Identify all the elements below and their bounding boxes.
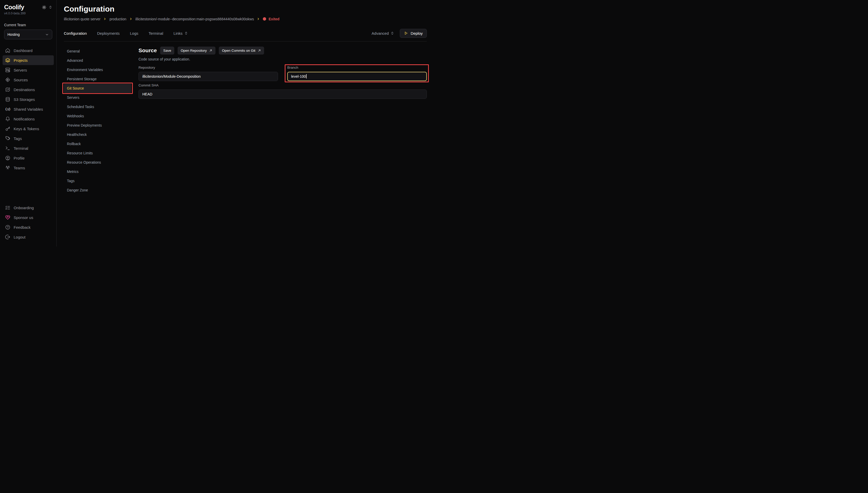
sidebar-item-shared-variables[interactable]: (x) Shared Variables xyxy=(3,104,54,114)
commit-sha-input[interactable]: HEAD xyxy=(139,89,427,99)
tags-icon xyxy=(5,136,10,141)
repository-input[interactable]: illicitestonion/Module-Decomposition xyxy=(139,72,278,81)
advanced-dropdown[interactable]: Advanced xyxy=(372,31,394,36)
open-repository-button[interactable]: Open Repository xyxy=(177,47,215,55)
key-icon xyxy=(5,126,10,131)
current-team-label: Current Team xyxy=(4,23,52,27)
sidebar-item-sponsor-us[interactable]: Sponsor us xyxy=(3,213,54,222)
save-button[interactable]: Save xyxy=(160,47,174,55)
subnav-item-environment-variables[interactable]: Environment Variables xyxy=(64,65,131,74)
subnav-item-metrics[interactable]: Metrics xyxy=(64,167,131,176)
sidebar-item-terminal[interactable]: Terminal xyxy=(3,143,54,153)
tab-terminal[interactable]: Terminal xyxy=(149,31,163,36)
chevrons-up-down-icon xyxy=(184,31,188,35)
subnav-item-danger-zone[interactable]: Danger Zone xyxy=(64,186,131,195)
subnav-item-git-source[interactable]: Git Source xyxy=(64,84,131,93)
text-cursor xyxy=(306,74,306,79)
sidebar-item-servers[interactable]: Servers xyxy=(3,65,54,75)
sidebar-nav: Dashboard Projects Servers Sources Desti… xyxy=(4,46,52,173)
chevron-down-icon xyxy=(45,33,49,37)
home-icon xyxy=(5,48,10,53)
sidebar-item-s3-storages[interactable]: S3 Storages xyxy=(3,94,54,104)
sun-icon[interactable] xyxy=(42,5,46,9)
page-title: Configuration xyxy=(64,5,427,14)
users-icon xyxy=(5,165,10,170)
section-description: Code source of your application. xyxy=(139,57,427,61)
heart-handshake-icon xyxy=(5,215,10,220)
arrow-up-right-icon xyxy=(258,49,261,52)
sidebar-item-destinations[interactable]: Destinations xyxy=(3,85,54,94)
subnav-item-scheduled-tasks[interactable]: Scheduled Tasks xyxy=(64,102,131,111)
server-icon xyxy=(5,67,10,72)
sidebar-item-teams[interactable]: Teams xyxy=(3,163,54,173)
breadcrumb-environment[interactable]: production xyxy=(109,17,126,21)
subnav-item-persistent-storage[interactable]: Persistent Storage xyxy=(64,74,131,84)
team-select[interactable]: Hosting xyxy=(4,29,52,39)
source-section: Source Save Open Repository Open Commits… xyxy=(139,47,427,195)
section-title: Source xyxy=(139,47,157,53)
subnav-item-advanced[interactable]: Advanced xyxy=(64,56,131,65)
repository-field-group: Repository illicitestonion/Module-Decomp… xyxy=(139,65,278,81)
subnav-item-resource-operations[interactable]: Resource Operations xyxy=(64,158,131,167)
tab-deployments[interactable]: Deployments xyxy=(97,31,120,36)
app-version: v4.0.0-beta.399 xyxy=(4,12,52,15)
repository-label: Repository xyxy=(139,65,278,70)
tab-bar: Configuration Deployments Logs Terminal … xyxy=(64,29,427,38)
subnav-item-preview-deployments[interactable]: Preview Deployments xyxy=(64,121,131,130)
help-circle-icon xyxy=(5,224,10,230)
configuration-body: General Advanced Environment Variables P… xyxy=(64,47,427,195)
sidebar-item-logout[interactable]: Logout xyxy=(3,232,54,242)
chevron-right-icon xyxy=(103,17,107,21)
chevrons-up-down-icon xyxy=(390,31,394,35)
tabs: Configuration Deployments Logs Terminal … xyxy=(64,31,188,36)
team-select-value: Hosting xyxy=(7,33,20,37)
sidebar-item-feedback[interactable]: Feedback xyxy=(3,222,54,232)
sidebar-item-sources[interactable]: Sources xyxy=(3,75,54,85)
sidebar-item-dashboard[interactable]: Dashboard xyxy=(3,46,54,55)
tab-links[interactable]: Links xyxy=(173,31,188,36)
sidebar-header: Coolify xyxy=(4,4,52,11)
sidebar: Coolify v4.0.0-beta.399 Current Team Hos… xyxy=(0,0,57,246)
logout-icon xyxy=(5,234,10,239)
sidebar-item-projects[interactable]: Projects xyxy=(3,55,54,65)
branch-input[interactable]: level-100 xyxy=(287,72,427,81)
variable-icon: (x) xyxy=(5,107,10,112)
play-icon xyxy=(404,31,408,35)
bell-icon xyxy=(5,116,10,122)
breadcrumb-application[interactable]: illicitestonion/-module--decomposition:m… xyxy=(135,17,254,21)
open-commits-button[interactable]: Open Commits on Git xyxy=(219,47,264,55)
tab-logs[interactable]: Logs xyxy=(130,31,139,36)
subnav-item-servers[interactable]: Servers xyxy=(64,93,131,102)
status-label: Exited xyxy=(269,17,279,21)
theme-chevrons-up-down-icon[interactable] xyxy=(49,5,52,9)
layers-icon xyxy=(5,58,10,63)
subnav-item-webhooks[interactable]: Webhooks xyxy=(64,111,131,121)
subnav-item-tags[interactable]: Tags xyxy=(64,176,131,186)
sidebar-footer-nav: Onboarding Sponsor us Feedback Logout xyxy=(4,203,52,242)
sidebar-item-profile[interactable]: Profile xyxy=(3,153,54,163)
subnav-item-rollback[interactable]: Rollback xyxy=(64,139,131,148)
app-logo[interactable]: Coolify xyxy=(4,4,24,11)
sidebar-item-notifications[interactable]: Notifications xyxy=(3,114,54,124)
arrow-up-right-icon xyxy=(209,49,212,52)
source-form: Repository illicitestonion/Module-Decomp… xyxy=(139,65,427,99)
breadcrumb-project[interactable]: illicitonion quote server xyxy=(64,17,100,21)
tab-actions: Advanced Deploy xyxy=(372,29,427,38)
sidebar-item-onboarding[interactable]: Onboarding xyxy=(3,203,54,213)
subnav-item-healthcheck[interactable]: Healthcheck xyxy=(64,130,131,139)
sidebar-item-tags[interactable]: Tags xyxy=(3,133,54,143)
sidebar-item-keys-tokens[interactable]: Keys & Tokens xyxy=(3,124,54,133)
commit-sha-field-group: Commit SHA HEAD xyxy=(139,83,427,99)
database-icon xyxy=(5,97,10,102)
deploy-button[interactable]: Deploy xyxy=(400,29,427,38)
subnav-item-resource-limits[interactable]: Resource Limits xyxy=(64,148,131,158)
terminal-icon xyxy=(5,146,10,151)
map-icon xyxy=(5,87,10,92)
tab-configuration[interactable]: Configuration xyxy=(64,31,87,36)
status-dot xyxy=(263,17,266,21)
subnav-item-general[interactable]: General xyxy=(64,47,131,56)
user-circle-icon xyxy=(5,155,10,160)
chevron-right-icon xyxy=(257,17,260,21)
commit-sha-label: Commit SHA xyxy=(139,83,427,87)
breadcrumb: illicitonion quote server production ill… xyxy=(64,17,427,21)
